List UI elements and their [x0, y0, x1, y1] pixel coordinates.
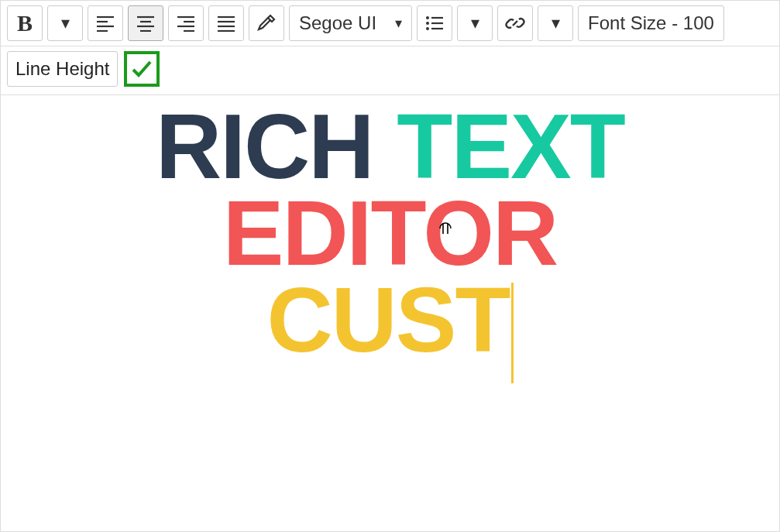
line-height-checkbox[interactable] — [124, 51, 160, 87]
chevron-down-icon: ▾ — [395, 15, 402, 32]
link-button[interactable] — [497, 5, 533, 41]
line-height-button[interactable]: Line Height — [7, 51, 118, 87]
rich-text-editor: B ▾ — [0, 0, 780, 532]
chevron-down-icon: ▾ — [551, 13, 560, 33]
svg-point-18 — [426, 22, 429, 25]
font-family-value: Segoe UI — [299, 12, 376, 34]
editor-content[interactable]: RICH TEXT EDITOR CUST — [1, 95, 779, 531]
bold-icon: B — [17, 10, 33, 36]
link-dropdown[interactable]: ▾ — [538, 5, 573, 41]
text-caret — [511, 283, 514, 383]
font-size-value: Font Size - 100 — [588, 12, 714, 34]
align-right-button[interactable] — [168, 5, 204, 41]
font-family-dropdown[interactable]: Segoe UI ▾ — [289, 5, 412, 41]
svg-point-20 — [426, 27, 429, 30]
eyedropper-button[interactable] — [249, 5, 284, 41]
toolbar-row-2: Line Height — [1, 46, 779, 95]
bold-dropdown[interactable]: ▾ — [47, 5, 83, 41]
align-center-icon — [136, 15, 156, 32]
align-center-button[interactable] — [128, 5, 163, 41]
content-line-2: CUST — [7, 276, 773, 377]
svg-point-16 — [426, 16, 429, 19]
line-height-label-text: Line Height — [15, 58, 109, 80]
bullet-list-icon — [424, 15, 445, 32]
text-word-4: CUST — [266, 269, 509, 371]
chevron-down-icon: ▾ — [471, 13, 479, 33]
bullet-list-button[interactable] — [417, 5, 452, 41]
eyedropper-icon — [256, 13, 277, 33]
align-justify-button[interactable] — [208, 5, 244, 41]
align-left-button[interactable] — [88, 5, 123, 41]
align-right-icon — [176, 15, 196, 32]
toolbar-row-1: B ▾ — [1, 1, 779, 46]
align-justify-icon — [216, 15, 236, 32]
content-line-1: RICH TEXT EDITOR — [7, 103, 773, 276]
chevron-down-icon: ▾ — [61, 13, 70, 33]
bold-button[interactable]: B — [7, 5, 43, 41]
check-icon — [130, 57, 153, 81]
align-left-icon — [95, 15, 115, 32]
link-icon — [505, 13, 525, 33]
font-size-display[interactable]: Font Size - 100 — [578, 5, 724, 41]
bullet-list-dropdown[interactable]: ▾ — [457, 5, 493, 41]
